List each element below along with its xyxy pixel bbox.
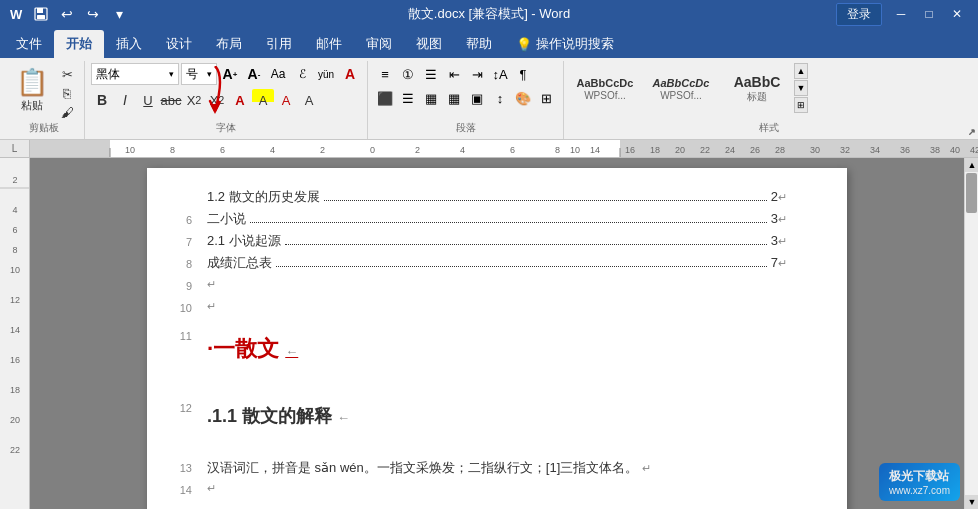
shading-button[interactable]: 🎨 xyxy=(512,87,534,109)
line-num-12: 12 xyxy=(162,398,192,418)
tab-file[interactable]: 文件 xyxy=(4,30,54,58)
style-name-3: 标题 xyxy=(747,90,767,104)
styles-more-button[interactable]: ⊞ xyxy=(794,97,808,113)
vertical-scrollbar[interactable]: ▲ ▼ xyxy=(964,158,978,509)
document-container[interactable]: 1.2 散文的历史发展 2 ↵ 6 二小说 3 ↵ 7 2.1 小说起源 xyxy=(30,158,964,509)
underline-button[interactable]: U xyxy=(137,89,159,111)
line-content-9: ↵ xyxy=(207,276,787,291)
svg-text:6: 6 xyxy=(12,225,17,235)
styles-scroll-down[interactable]: ▼ xyxy=(794,80,808,96)
subscript-button[interactable]: X2 xyxy=(183,89,205,111)
tab-mail[interactable]: 邮件 xyxy=(304,30,354,58)
tab-help[interactable]: 帮助 xyxy=(454,30,504,58)
font-size-dropdown-icon: ▾ xyxy=(207,69,212,79)
font-name-selector[interactable]: 黑体 ▾ xyxy=(91,63,179,85)
tab-home[interactable]: 开始 xyxy=(54,30,104,58)
toc-content-1: 1.2 散文的历史发展 2 ↵ xyxy=(207,188,787,206)
svg-text:W: W xyxy=(10,7,23,22)
copy-button[interactable]: ⎘ xyxy=(56,84,78,102)
line-14: 14 ↵ xyxy=(207,480,787,500)
line-num-11: 11 xyxy=(162,326,192,346)
tab-layout[interactable]: 布局 xyxy=(204,30,254,58)
close-button[interactable]: ✕ xyxy=(944,4,970,24)
line-num-7: 7 xyxy=(162,232,192,252)
toc-num-7: 3 xyxy=(771,233,778,248)
chapter-heading: ·一散文 ← xyxy=(207,326,298,368)
font-size-selector[interactable]: 号 ▾ xyxy=(181,63,217,85)
decrease-indent-button[interactable]: ⇤ xyxy=(443,63,465,85)
tab-view[interactable]: 视图 xyxy=(404,30,454,58)
clear-format-button[interactable]: ℰ xyxy=(291,63,313,85)
line-9: 9 ↵ xyxy=(207,276,787,296)
tab-search[interactable]: 💡 操作说明搜索 xyxy=(504,30,626,58)
bold-button[interactable]: B xyxy=(91,89,113,111)
highlight-button[interactable]: A xyxy=(252,89,274,111)
justify-button[interactable]: ▦ xyxy=(443,87,465,109)
clipboard-group-content: 📋 粘贴 ✂ ⎘ 🖌 xyxy=(10,63,78,121)
pinyin-button[interactable]: yün xyxy=(315,63,337,85)
redo-button[interactable]: ↪ xyxy=(82,3,104,25)
styles-expand-icon[interactable]: ↗ xyxy=(968,127,976,137)
svg-text:20: 20 xyxy=(675,145,685,155)
clipboard-label: 剪贴板 xyxy=(10,121,78,137)
style-item-3[interactable]: AaBbC 标题 xyxy=(722,63,792,115)
cut-button[interactable]: ✂ xyxy=(56,65,78,83)
line-empty-after-12 xyxy=(207,436,787,456)
scroll-up-button[interactable]: ▲ xyxy=(965,158,978,172)
paragraph-line-13: 13 汉语词汇，拼音是 sǎn wén。一指文采焕发；二指纵行文；[1]三指文体… xyxy=(207,458,787,478)
strikethrough-button[interactable]: abc xyxy=(160,89,182,111)
line-spacing-button[interactable]: ↕ xyxy=(489,87,511,109)
style-item-2[interactable]: AaBbCcDc WPSOf... xyxy=(646,63,716,115)
tab-references[interactable]: 引用 xyxy=(254,30,304,58)
font-size-value: 号 xyxy=(186,66,198,83)
toc-content-7: 2.1 小说起源 3 ↵ xyxy=(207,232,787,250)
paragraph-text-13: 汉语词汇，拼音是 sǎn wén。一指文采焕发；二指纵行文；[1]三指文体名。 … xyxy=(207,458,651,478)
maximize-button[interactable]: □ xyxy=(916,4,942,24)
svg-rect-4 xyxy=(37,15,45,19)
ruler-corner[interactable]: L xyxy=(0,140,30,158)
window-controls: ─ □ ✕ xyxy=(888,4,970,24)
superscript-button[interactable]: X2 xyxy=(206,89,228,111)
align-left-button[interactable]: ⬛ xyxy=(374,87,396,109)
clipboard-mini-buttons: ✂ ⎘ 🖌 xyxy=(56,65,78,121)
italic-button[interactable]: I xyxy=(114,89,136,111)
svg-text:20: 20 xyxy=(10,415,20,425)
show-marks-button[interactable]: ¶ xyxy=(512,63,534,85)
section-heading-line: 12 .1.1 散文的解释 ← xyxy=(207,398,787,432)
minimize-button[interactable]: ─ xyxy=(888,4,914,24)
char-shading-button[interactable]: A xyxy=(298,89,320,111)
sort-button[interactable]: ↕A xyxy=(489,63,511,85)
customize-button[interactable]: ▾ xyxy=(108,3,130,25)
border-button[interactable]: ⊞ xyxy=(535,87,557,109)
tab-insert[interactable]: 插入 xyxy=(104,30,154,58)
paste-button[interactable]: 📋 粘贴 xyxy=(10,63,54,117)
para-row-1: ≡ ① ☰ ⇤ ⇥ ↕A ¶ xyxy=(374,63,534,85)
style-item-1[interactable]: AaBbCcDc WPSOf... xyxy=(570,63,640,115)
main-area: 2 4 6 8 10 12 14 16 18 20 22 1.2 散文的历史发展… xyxy=(0,158,978,509)
bullet-list-button[interactable]: ≡ xyxy=(374,63,396,85)
dist-justify-button[interactable]: ▣ xyxy=(466,87,488,109)
return-mark-6: ↵ xyxy=(778,213,787,226)
tab-design[interactable]: 设计 xyxy=(154,30,204,58)
format-painter-button[interactable]: 🖌 xyxy=(56,103,78,121)
increase-indent-button[interactable]: ⇥ xyxy=(466,63,488,85)
scroll-down-button[interactable]: ▼ xyxy=(965,495,978,509)
save-button[interactable] xyxy=(30,3,52,25)
align-center-button[interactable]: ☰ xyxy=(397,87,419,109)
font-color-button[interactable]: A xyxy=(275,89,297,111)
multilevel-list-button[interactable]: ☰ xyxy=(420,63,442,85)
undo-button[interactable]: ↩ xyxy=(56,3,78,25)
tab-review[interactable]: 审阅 xyxy=(354,30,404,58)
left-ruler: 2 4 6 8 10 12 14 16 18 20 22 xyxy=(0,158,30,509)
increase-font-button[interactable]: A+ xyxy=(219,63,241,85)
text-effect-button[interactable]: A xyxy=(229,89,251,111)
login-button[interactable]: 登录 xyxy=(836,3,882,26)
numbered-list-button[interactable]: ① xyxy=(397,63,419,85)
change-case-button[interactable]: Aa xyxy=(267,63,289,85)
wubi-button[interactable]: A xyxy=(339,63,361,85)
decrease-font-button[interactable]: A- xyxy=(243,63,265,85)
line-content-14: ↵ xyxy=(207,480,787,495)
scroll-thumb[interactable] xyxy=(966,173,977,213)
styles-scroll-up[interactable]: ▲ xyxy=(794,63,808,79)
align-right-button[interactable]: ▦ xyxy=(420,87,442,109)
